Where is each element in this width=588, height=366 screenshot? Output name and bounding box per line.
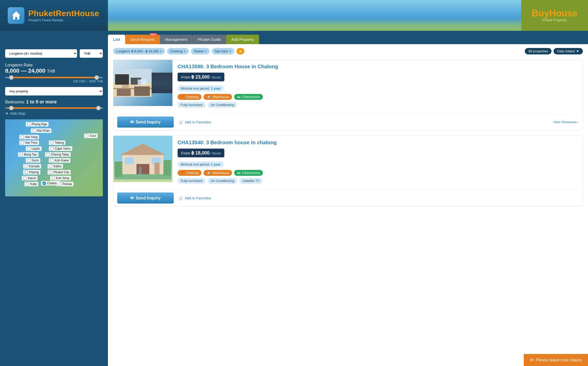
card-main-2: CHA13540: 3 Bedroom house in chalong Fro… bbox=[113, 136, 583, 190]
rate-slider-track[interactable] bbox=[5, 77, 103, 78]
bedrooms-slider-thumb-left[interactable] bbox=[9, 106, 14, 110]
add-favorites-label-2: Add to Favorites bbox=[185, 196, 211, 200]
content-area: Longterm ฿ 8,000 - ฿ 24,000 × Chalong × … bbox=[108, 44, 588, 366]
bedrooms-slider-thumb-right[interactable] bbox=[96, 106, 101, 110]
map-location-kamala[interactable]: Kamala bbox=[23, 164, 41, 169]
property-image-2 bbox=[113, 136, 172, 182]
remove-rawai-icon[interactable]: × bbox=[205, 49, 207, 53]
tab-send-request[interactable]: NEW Send Request bbox=[125, 35, 160, 44]
chevron-down-icon: ▼ bbox=[5, 111, 9, 115]
filter-tag-chalong[interactable]: Chalong × bbox=[167, 48, 189, 54]
rate-slider-thumb-left[interactable] bbox=[9, 75, 14, 80]
tab-list[interactable]: List bbox=[108, 35, 125, 44]
tab-add-property[interactable]: Add Property bbox=[226, 35, 259, 44]
map-location-cherng-talay[interactable]: Cherng Talay bbox=[45, 152, 71, 157]
rate-slider-thumb-right[interactable] bbox=[94, 75, 99, 80]
rent-period-2: Minimal rent period: 1 year bbox=[178, 161, 224, 167]
header: PhuketRentHouse Phuket's Finest Rentals … bbox=[0, 0, 588, 31]
new-badge: NEW bbox=[149, 33, 157, 36]
tab-management[interactable]: Management bbox=[160, 35, 193, 44]
rss-button[interactable]: ⊕ bbox=[236, 48, 244, 54]
price-from-2: From bbox=[181, 151, 191, 155]
bedrooms-tag-1: 🛏 3 Bedrooms bbox=[234, 94, 263, 100]
remove-longterm-icon[interactable]: × bbox=[160, 49, 162, 53]
amenity-ac-1: Air Conditioning bbox=[208, 102, 237, 108]
bottom-inquiry-bar[interactable]: ✉ Please leave your inquiry bbox=[524, 354, 588, 366]
map-location-east[interactable]: East bbox=[84, 133, 98, 138]
svg-rect-7 bbox=[134, 86, 150, 96]
tab-phuket-guide[interactable]: Phuket Guide bbox=[192, 35, 226, 44]
property-image-1 bbox=[113, 60, 172, 106]
card-footer-2: ✉ Send Inquiry 🛒 Add to Favorites bbox=[113, 190, 583, 206]
card-main-1: CHA13596: 3 Bedroom House in Chalong Fro… bbox=[113, 60, 583, 114]
property-title-1: CHA13596: 3 Bedroom House in Chalong bbox=[178, 64, 577, 70]
price-amount-2: ฿ 18,000 bbox=[191, 150, 209, 156]
nav-bar: List NEW Send Request Management Phuket … bbox=[0, 31, 588, 44]
send-inquiry-button-1[interactable]: ✉ Send Inquiry bbox=[117, 117, 174, 128]
amenity-tv-2: Satellite TV bbox=[239, 178, 262, 184]
map-location-layan[interactable]: Layan bbox=[26, 146, 42, 151]
chevron-down-icon: ▼ bbox=[576, 49, 579, 53]
bottom-inquiry-label: Please leave your inquiry bbox=[536, 358, 582, 362]
map-location-surin[interactable]: Surin bbox=[26, 158, 40, 163]
sort-button[interactable]: Date Added ▼ bbox=[554, 48, 583, 54]
filter-tag-longterm[interactable]: Longterm ฿ 8,000 - ฿ 24,000 × bbox=[113, 48, 165, 54]
currency-select[interactable]: THB USD EUR bbox=[80, 49, 103, 58]
location-tag-1: 📍 Chalong bbox=[178, 94, 201, 100]
send-inquiry-label-2: Send Inquiry bbox=[136, 196, 161, 200]
map-location-karon[interactable]: Karon bbox=[22, 176, 38, 180]
map-location-panwa[interactable]: Panwa bbox=[57, 182, 74, 186]
add-favorites-2[interactable]: 🛒 Add to Favorites bbox=[179, 196, 211, 200]
property-type-select[interactable]: Any property Villa/House Apartment Condo… bbox=[5, 87, 103, 95]
hide-map-label: Hide Map bbox=[10, 111, 25, 115]
type-icon-1: 🏠 bbox=[207, 95, 211, 99]
bedrooms-slider-track[interactable] bbox=[5, 107, 103, 109]
view-showcase-1[interactable]: View Showcase › bbox=[216, 120, 579, 124]
filter-tag-longterm-label: Longterm ฿ 8,000 - ฿ 24,000 bbox=[116, 49, 159, 53]
filter-tag-rawai[interactable]: Rawai × bbox=[191, 48, 210, 54]
map-location-phang-nga[interactable]: Phang Nga bbox=[26, 122, 49, 127]
location-icon-2: 📍 bbox=[181, 171, 185, 175]
svg-rect-20 bbox=[154, 163, 160, 174]
properties-count: 68 properties bbox=[525, 48, 552, 54]
header-background bbox=[108, 0, 588, 31]
type-tag-2: 🏠 Villa/House bbox=[204, 170, 232, 176]
brand-house: House bbox=[74, 9, 99, 18]
hide-map-toggle[interactable]: ▼ Hide Map bbox=[5, 111, 103, 115]
map-location-mai-khao[interactable]: Mai Khao bbox=[31, 128, 51, 133]
bedrooms-icon-1: 🛏 bbox=[237, 95, 241, 99]
map-location-bang-tao[interactable]: Bang Tao bbox=[18, 152, 39, 157]
add-favorites-1[interactable]: 🛒 Add to Favorites bbox=[179, 120, 211, 124]
map-location-kata[interactable]: Kata bbox=[24, 182, 38, 186]
type-tag-1: 🏠 Villa/House bbox=[204, 94, 232, 100]
map-location-talang[interactable]: Talang bbox=[49, 140, 65, 145]
svg-rect-8 bbox=[122, 85, 129, 88]
map-location-kathu[interactable]: Kathu bbox=[48, 164, 63, 169]
filter-tag-nai-harn[interactable]: Nai Harn × bbox=[212, 48, 234, 54]
price-from-1: From bbox=[181, 75, 191, 79]
map-location-nai-thon[interactable]: Nai Thon bbox=[19, 140, 39, 145]
rental-type-select[interactable]: Longterm (6+ months) Shortterm Daily bbox=[5, 49, 77, 58]
filter-row: Longterm (6+ months) Shortterm Daily THB… bbox=[5, 49, 103, 58]
map-location-phuket-city[interactable]: Phuket City bbox=[48, 170, 71, 175]
property-info-2: CHA13540: 3 Bedroom house in chalong Fro… bbox=[172, 136, 583, 190]
map-location-patong[interactable]: Patong bbox=[23, 170, 40, 175]
remove-chalong-icon[interactable]: × bbox=[184, 49, 186, 53]
house-label: House bbox=[549, 8, 577, 18]
sidebar: Longterm (6+ months) Shortterm Daily THB… bbox=[0, 44, 108, 366]
logo-icon bbox=[8, 7, 24, 24]
send-inquiry-button-2[interactable]: ✉ Send Inquiry bbox=[117, 192, 174, 204]
svg-rect-14 bbox=[136, 164, 149, 174]
remove-nai-harn-icon[interactable]: × bbox=[229, 49, 231, 53]
svg-rect-17 bbox=[115, 161, 122, 177]
buy-house-title: BuyHouse bbox=[532, 9, 577, 18]
map-location-nai-yang[interactable]: Nai Yang bbox=[19, 135, 39, 139]
location-tag-2: 📍 Chalong bbox=[178, 170, 201, 176]
buy-house-button[interactable]: BuyHouse Finest Property bbox=[521, 0, 588, 31]
map-location-cape-yamu[interactable]: Cape Yamu bbox=[49, 146, 72, 151]
map-location-koh-kaew[interactable]: Koh Kaew bbox=[49, 158, 70, 163]
svg-rect-19 bbox=[139, 167, 142, 174]
sort-label: Date Added bbox=[557, 49, 575, 53]
property-card: CHA13596: 3 Bedroom House in Chalong Fro… bbox=[113, 60, 583, 130]
map-location-koh-sirey[interactable]: Koh Sirey bbox=[50, 176, 71, 180]
